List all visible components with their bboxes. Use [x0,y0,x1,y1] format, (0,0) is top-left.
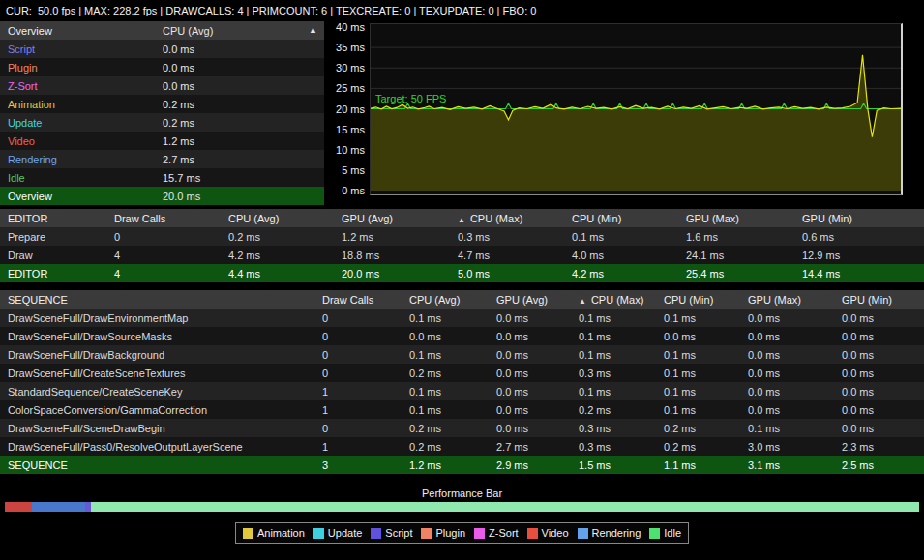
table-row[interactable]: ColorSpaceConversion/GammaCorrection10.1… [0,400,924,419]
editor-table: EDITORDraw CallsCPU (Avg)GPU (Avg)▲CPU (… [0,209,924,282]
row-label: ColorSpaceConversion/GammaCorrection [0,404,314,416]
overview-row-idle[interactable]: Idle15.7 ms [0,168,324,187]
overview-row-animation[interactable]: Animation0.2 ms [0,95,324,113]
cell: 0.0 ms [740,368,834,379]
column-header[interactable]: CPU (Min) [656,294,740,306]
row-label: DrawSceneFull/CreateSceneTextures [0,368,314,379]
cell: 0.0 ms [834,404,924,416]
column-header[interactable]: GPU (Max) [678,213,794,224]
table-row[interactable]: DrawSceneFull/DrawEnvironmentMap00.1 ms0… [0,309,924,327]
sort-asc-icon[interactable]: ▲ [458,216,465,224]
legend-label: Rendering [592,527,641,539]
overview-panel: Overview CPU (Avg) ▲ Script0.0 msPlugin0… [0,21,324,205]
y-tick-label: 5 ms [342,164,365,176]
table-row[interactable]: StandardSequence/CreateSceneKey10.1 ms0.… [0,382,924,400]
column-header[interactable]: ▲CPU (Max) [571,294,656,306]
cell: 0.1 ms [402,312,489,324]
table-row[interactable]: DrawSceneFull/DrawBackground00.1 ms0.0 m… [0,345,924,364]
overview-total-value: 20.0 ms [163,191,200,202]
cell: 0 [314,349,402,361]
scroll-up-icon[interactable]: ▲ [309,21,317,40]
column-header[interactable]: CPU (Avg) [221,213,334,224]
overview-row-label: Z-Sort [0,80,163,92]
row-label: DrawSceneFull/SceneDrawBegin [0,423,314,434]
sequence-header-row: SEQUENCEDraw CallsCPU (Avg)GPU (Avg)▲CPU… [0,290,924,309]
column-header[interactable]: Draw Calls [314,294,402,306]
cell: 0.0 ms [740,331,834,342]
target-fps-label: Target: 50 FPS [375,93,446,104]
cell: 0.0 ms [489,331,571,342]
cell: 0.2 ms [571,404,656,416]
cell: 1 [314,386,402,398]
cell: 0.0 ms [834,349,924,361]
table-row[interactable]: Draw44.2 ms18.8 ms4.7 ms4.0 ms24.1 ms12.… [0,246,924,264]
column-header[interactable]: GPU (Max) [740,294,834,306]
performance-bar [5,502,919,512]
cell: 25.4 ms [678,268,794,280]
cell: 0.1 ms [740,423,834,434]
cell: 4.7 ms [450,250,564,261]
column-header[interactable]: CPU (Avg) [402,294,489,306]
cell: 3.0 ms [740,441,834,453]
total-label: EDITOR [0,268,106,280]
cell: 0.0 ms [740,312,834,324]
cell: 2.9 ms [489,459,571,471]
table-row[interactable]: DrawSceneFull/CreateSceneTextures00.2 ms… [0,364,924,382]
table-row[interactable]: DrawSceneFull/DrawSourceMasks00.0 ms0.0 … [0,327,924,345]
overview-header-label: Overview [0,25,163,37]
cell: 0.0 ms [489,368,571,379]
cell: 4.2 ms [564,268,678,280]
overview-row-label: Update [0,117,163,129]
cell: 0.3 ms [450,231,564,243]
y-tick-label: 30 ms [336,62,365,74]
cell: 1.1 ms [656,459,740,471]
row-label: Draw [0,250,106,261]
legend-color-swatch [371,528,381,539]
overview-row-label: Rendering [0,154,163,165]
sort-asc-icon[interactable]: ▲ [579,297,586,306]
performance-bar-segment [5,502,32,512]
legend-wrap: AnimationUpdateScriptPluginZ-SortVideoRe… [0,522,924,544]
column-header-title[interactable]: SEQUENCE [0,294,314,306]
legend-label: Z-Sort [489,527,519,539]
table-row[interactable]: DrawSceneFull/Pass0/ResolveOutputLayerSc… [0,437,924,456]
cell: 0.1 ms [402,404,489,416]
overview-row-script[interactable]: Script0.0 ms [0,40,324,58]
overview-row-plugin[interactable]: Plugin0.0 ms [0,58,324,76]
cell: 4.2 ms [221,250,334,261]
overview-row-update[interactable]: Update0.2 ms [0,113,324,132]
cell: 0.2 ms [656,423,740,434]
overview-header-row[interactable]: Overview CPU (Avg) ▲ [0,21,324,40]
overview-row-z-sort[interactable]: Z-Sort0.0 ms [0,76,324,95]
legend-label: Update [328,527,362,539]
column-header[interactable]: CPU (Min) [564,213,678,224]
cell: 0.1 ms [402,349,489,361]
column-header[interactable]: GPU (Min) [794,213,924,224]
cell: 18.8 ms [334,250,450,261]
column-header[interactable]: GPU (Min) [834,294,924,306]
column-header[interactable]: ▲CPU (Max) [450,213,564,224]
cell: 0.1 ms [564,231,678,243]
legend-item-rendering: Rendering [578,527,641,539]
table-row[interactable]: DrawSceneFull/SceneDrawBegin00.2 ms0.0 m… [0,419,924,437]
y-tick-label: 40 ms [336,21,365,33]
overview-row-value: 0.2 ms [163,117,194,129]
overview-row-video[interactable]: Video1.2 ms [0,132,324,150]
cell: 0 [314,331,402,342]
cell: 4 [106,250,221,261]
performance-bar-title: Performance Bar [0,487,924,499]
column-header-title[interactable]: EDITOR [0,213,106,224]
overview-row-rendering[interactable]: Rendering2.7 ms [0,150,324,168]
column-header[interactable]: GPU (Avg) [334,213,450,224]
cell: 4 [106,268,221,280]
editor-header-row: EDITORDraw CallsCPU (Avg)GPU (Avg)▲CPU (… [0,209,924,227]
column-header[interactable]: Draw Calls [106,213,221,224]
table-row[interactable]: Prepare00.2 ms1.2 ms0.3 ms0.1 ms1.6 ms0.… [0,227,924,246]
overview-row-label: Idle [0,172,163,184]
cell: 0.0 ms [834,368,924,379]
y-tick-label: 20 ms [336,103,365,115]
cell: 14.4 ms [794,268,924,280]
overview-total-label: Overview [0,191,163,202]
chart-plot-area[interactable]: Target: 50 FPS [370,23,903,195]
column-header[interactable]: GPU (Avg) [489,294,571,306]
